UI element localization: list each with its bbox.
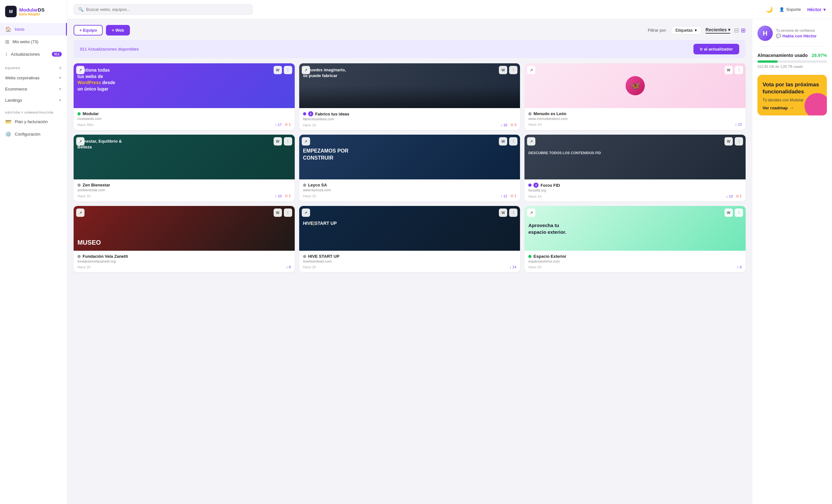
more-options-button[interactable]: ⋮: [735, 208, 743, 217]
more-options-button[interactable]: ⋮: [509, 66, 517, 74]
home-icon: 🏠: [5, 26, 11, 32]
trust-link[interactable]: 💬 Habla con Héctor: [776, 34, 817, 38]
status-dot: [303, 255, 306, 258]
storage-bar: [757, 60, 827, 63]
wordpress-icon-button[interactable]: W: [274, 208, 282, 217]
open-link-button[interactable]: ↗: [527, 208, 535, 217]
moon-icon[interactable]: 🌙: [766, 6, 773, 13]
updates-banner: 911 Actualizaciones disponibles Ir al ac…: [74, 40, 746, 58]
filter-tag-label: Etiquetas: [676, 28, 693, 33]
web-card-url: hivelearnlead.com: [303, 259, 517, 263]
go-to-updater-button[interactable]: Ir al actualizador: [694, 44, 739, 54]
open-link-button[interactable]: ↗: [76, 66, 84, 74]
status-dot: [77, 112, 81, 115]
add-web-button[interactable]: + Web: [106, 25, 130, 35]
open-link-button[interactable]: ↗: [302, 66, 310, 74]
more-options-button[interactable]: ⋮: [284, 137, 292, 145]
grid-view-button[interactable]: ⊞: [741, 27, 746, 34]
chevron-down-icon: ▼: [58, 99, 62, 102]
web-card-title-text: Foros FID: [541, 183, 560, 188]
alerts-count: ⊙ 1: [285, 194, 291, 198]
card-thumbnail: 🦋 ↗ W ⋮: [524, 63, 746, 108]
user-name: Héctor: [807, 7, 822, 12]
support-label: Soporte: [786, 7, 801, 12]
chevron-down-icon: ▾: [695, 28, 697, 33]
alerts-count: ⊙ 1: [511, 194, 516, 198]
more-options-button[interactable]: ⋮: [284, 66, 292, 74]
more-options-button[interactable]: ⋮: [735, 66, 743, 74]
sidebar-item-ecommerce[interactable]: Ecommerce ▼: [0, 83, 67, 95]
sidebar-item-inicio[interactable]: 🏠 Inicio: [0, 23, 67, 35]
card-thumbnail: HIVE|START UP ↗ W ⋮: [299, 206, 520, 251]
card-thumbnail: MUSEO ↗ W ⋮: [74, 206, 295, 251]
open-link-button[interactable]: ↗: [302, 137, 310, 145]
sidebar-item-label: Configuración: [15, 132, 40, 137]
wordpress-icon-button[interactable]: W: [499, 208, 507, 217]
more-options-button[interactable]: ⋮: [735, 137, 743, 145]
sidebar-item-plan-facturacion[interactable]: 💳 Plan y facturación: [0, 115, 67, 128]
add-team-button[interactable]: +: [59, 65, 62, 71]
card-thumbnail: Si puedes imaginarlo,se puede fabricar ↗…: [299, 63, 520, 108]
status-dot: [303, 184, 306, 187]
wordpress-icon-button[interactable]: W: [725, 66, 733, 74]
trust-label: Tu persona de confianza: [776, 28, 817, 32]
search-input[interactable]: [86, 7, 248, 12]
sidebar-item-webs-corporativas[interactable]: Webs corporativas ▼: [0, 72, 67, 83]
wordpress-icon-button[interactable]: W: [499, 137, 507, 145]
app-tagline: Early Adopter: [19, 12, 45, 16]
more-options-button[interactable]: ⋮: [284, 208, 292, 217]
storage-title: Almacenamiento usado: [757, 53, 808, 58]
web-card-url: zenbienestar.com: [77, 188, 291, 192]
wordpress-icon-button[interactable]: W: [725, 137, 733, 145]
card-text: EMPEZAMOS PORCONSTRUIR: [303, 147, 508, 162]
sidebar-item-label: Mis webs (73): [12, 39, 38, 44]
open-link-button[interactable]: ↗: [76, 208, 84, 217]
open-link-button[interactable]: ↗: [302, 208, 310, 217]
web-card-title-text: Menudo es León: [534, 111, 566, 116]
web-card-title-text: Modular: [83, 111, 99, 116]
filter-tag-dropdown[interactable]: Etiquetas ▾: [671, 26, 702, 34]
web-card-url: fabricotusideas.com: [303, 117, 517, 121]
sidebar-item-mis-webs[interactable]: ⊞ Mis webs (73): [0, 35, 67, 48]
open-link-button[interactable]: ↗: [527, 137, 535, 145]
more-options-button[interactable]: ⋮: [509, 208, 517, 217]
updates-badge: 911: [52, 52, 62, 57]
sidebar-item-landings[interactable]: Landings ▼: [0, 95, 67, 106]
card-thumbnail: EMPEZAMOS PORCONSTRUIR ↗ W ⋮: [299, 135, 520, 179]
topbar: 🔍 🌙 👤 Soporte Héctor ▾: [67, 0, 832, 19]
topbar-right: 🌙 👤 Soporte Héctor ▾: [766, 6, 826, 13]
card-text: DESCUBRE TODOS LOS CONTENIDOS FID: [528, 150, 733, 156]
card-thumbnail: Bienestar, Equilibrio &Belleza ↗ W ⋮: [74, 135, 295, 179]
sidebar-item-label: Inicio: [15, 27, 24, 32]
wordpress-icon-button[interactable]: W: [274, 66, 282, 74]
wordpress-icon-button[interactable]: W: [499, 66, 507, 74]
open-link-button[interactable]: ↗: [76, 137, 84, 145]
storage-section: Almacenamiento usado 28.97% 312,85 GB de…: [757, 53, 827, 68]
sidebar-item-actualizaciones[interactable]: ↕ Actualizaciones 911: [0, 48, 67, 60]
card-text: MUSEO: [77, 238, 282, 247]
list-view-button[interactable]: ⊟: [734, 27, 739, 34]
right-panel: H Tu persona de confianza 💬 Habla con Hé…: [752, 19, 832, 504]
wordpress-icon-button[interactable]: W: [725, 208, 733, 217]
add-team-button[interactable]: + Equipo: [74, 25, 103, 35]
sidebar-item-label: Landings: [5, 98, 22, 103]
chevron-down-icon: ▼: [58, 87, 62, 91]
status-dot: [303, 112, 306, 115]
more-options-button[interactable]: ⋮: [509, 137, 517, 145]
main-content: + Equipo + Web Filtrar por: Etiquetas ▾ …: [67, 19, 752, 504]
search-bar[interactable]: 🔍: [74, 4, 253, 15]
status-dot: [528, 184, 531, 187]
recientes-button[interactable]: Recientes ▾: [706, 27, 730, 34]
open-link-button[interactable]: ↗: [527, 66, 535, 74]
equipos-section-label: EQUIPOS: [5, 66, 20, 70]
support-button[interactable]: 👤 Soporte: [779, 7, 801, 12]
sidebar-item-configuracion[interactable]: ⚙️ Configuración: [0, 128, 67, 140]
web-card-time: Hace 49m: [77, 123, 94, 127]
app-name: ModularDS: [19, 7, 45, 12]
wordpress-icon-button[interactable]: W: [274, 137, 282, 145]
web-card-url: www.leycosa.com: [303, 188, 517, 192]
web-card-title-text: Espacio Exterior: [534, 254, 566, 259]
user-menu-button[interactable]: Héctor ▾: [807, 7, 826, 12]
web-card-url: fundacionvelazanetti.org: [77, 259, 291, 263]
card-thumbnail: DESCUBRE TODOS LOS CONTENIDOS FID ↗ W ⋮: [524, 135, 746, 179]
